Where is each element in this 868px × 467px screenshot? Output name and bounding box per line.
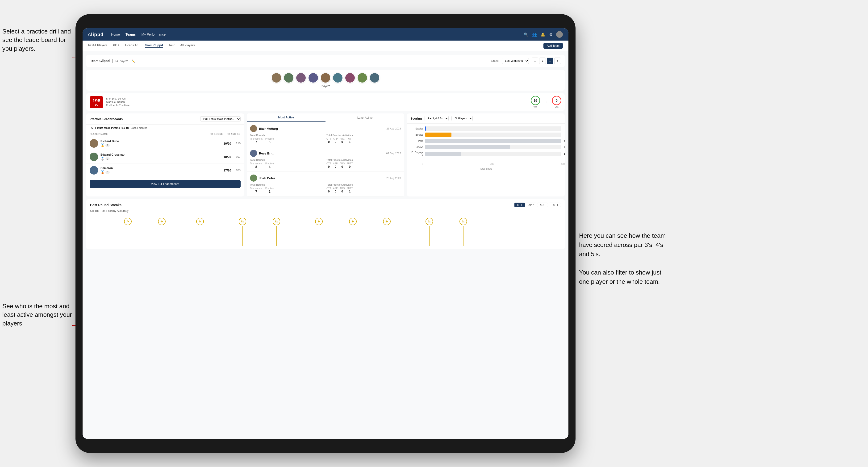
annotation-top-left: Select a practice drill and see the lead… (2, 27, 73, 53)
streak-line (429, 226, 430, 246)
lb-avg-2: 107 (234, 155, 241, 158)
practice-values-1: OTT 0 APP 0 ARG 0 (327, 137, 401, 144)
shot-circle-ring-1: 16 (531, 96, 540, 105)
list-view-btn[interactable]: ≡ (539, 58, 546, 64)
scoring-row-label: Bogeys (410, 146, 423, 148)
lb-info-1: Richard Butle... 🥇 1 (100, 139, 219, 147)
edit-team-icon[interactable]: ✏️ (131, 59, 135, 63)
streak-point: 4x (383, 218, 391, 246)
sub-nav-team[interactable]: Team Clippd (145, 43, 163, 48)
scoring-par-select[interactable]: Par 3, 4 & 5s (425, 116, 448, 121)
lb-row-3: Cameron... 🥉 3 17/20 103 (86, 164, 244, 177)
streak-bubble: 5x (273, 218, 280, 225)
streaks-title: Best Round Streaks (90, 203, 121, 207)
app-filter-btn[interactable]: APP (526, 203, 536, 207)
scoring-row-label: Pars (410, 139, 423, 142)
user-avatar[interactable] (556, 31, 563, 38)
sub-nav-tour[interactable]: Tour (168, 43, 175, 48)
leaderboard-header: Practice Leaderboards PUTT Must Make Put… (86, 114, 244, 125)
player-card-3: Josh Coles 26 Aug 2023 Total Rounds Tour… (247, 172, 404, 196)
streak-bubble: 3x (426, 218, 433, 225)
team-title-section: Team Clippd | 14 Players ✏️ (90, 59, 135, 63)
nav-logo: clippd (88, 32, 103, 37)
streak-point: 6x (196, 218, 204, 246)
player-avatar-3[interactable] (296, 73, 306, 83)
player-avatar-7[interactable] (345, 73, 355, 83)
player-card-2: Rees Britt 02 Sep 2023 Total Rounds Tour… (247, 147, 404, 172)
scoring-player-select[interactable]: All Players (452, 116, 473, 121)
player-avatar-2[interactable] (283, 73, 294, 83)
lb-name-1: Richard Butle... (100, 139, 219, 143)
streak-line (463, 226, 464, 246)
search-icon[interactable]: 🔍 (524, 32, 528, 37)
scoring-bar-value: 311 (564, 146, 565, 148)
practice-label-1: Practice (266, 137, 274, 140)
player-avatar-9[interactable] (369, 73, 380, 83)
ott-3: OTT 0 (327, 187, 331, 193)
player-avatar-5[interactable] (320, 73, 331, 83)
player-card-header-3: Josh Coles 26 Aug 2023 (250, 175, 401, 182)
ott-2: OTT 0 (327, 162, 331, 168)
add-team-button[interactable]: Add Team (544, 43, 563, 49)
player-avatar-6[interactable] (333, 73, 343, 83)
player-card-avatar-1 (250, 125, 257, 132)
player-avatar-1[interactable] (271, 73, 282, 83)
player-avatar-8[interactable] (357, 73, 368, 83)
settings-icon[interactable]: ⚙ (549, 32, 552, 37)
most-active-tab[interactable]: Most Active (247, 114, 326, 122)
grid-view-btn[interactable]: ⊞ (532, 58, 538, 64)
nav-link-teams[interactable]: Teams (125, 33, 135, 36)
player-card-name-1: Blair McHarg (259, 127, 278, 130)
nav-link-home[interactable]: Home (111, 33, 120, 36)
shot-circle-1: 16 yds (531, 96, 540, 108)
player-name-row-2: Rees Britt (250, 150, 273, 157)
nav-icons: 🔍 👥 🔔 ⚙ (524, 31, 563, 38)
total-rounds-section-2: Total Rounds Tournament 8 Practice 4 (250, 159, 324, 168)
scoring-row: Pars 499 (410, 139, 561, 143)
card-view-btn[interactable]: ⊟ (547, 58, 553, 64)
lb-rank-badge-3: 3 (105, 171, 110, 174)
view-full-leaderboard-button[interactable]: View Full Leaderboard (90, 180, 241, 188)
lb-score-2: 18/20 (222, 155, 231, 159)
player-card-date-3: 26 Aug 2023 (386, 177, 401, 180)
show-label: Show: (491, 59, 499, 63)
people-icon[interactable]: 👥 (532, 32, 537, 37)
sub-nav-all-players[interactable]: All Players (180, 43, 195, 48)
total-rounds-section-3: Total Rounds Tournament 7 Practice 2 (250, 184, 324, 193)
sort-btn[interactable]: ↕ (554, 58, 561, 64)
total-rounds-label-1: Total Rounds (250, 134, 324, 136)
sub-nav-pgat[interactable]: PGAT Players (88, 43, 107, 48)
app-3: APP 0 (333, 187, 338, 193)
streak-point: 4x (315, 218, 323, 246)
streak-point: 5x (239, 218, 246, 246)
streaks-filter-group: OTT APP ARG PUTT (515, 203, 561, 207)
sub-nav-pga[interactable]: PGA (113, 43, 119, 48)
practice-stat-3: Practice 2 (266, 187, 274, 193)
tablet-screen: clippd Home Teams My Performance 🔍 👥 🔔 ⚙… (83, 28, 568, 439)
streak-line (319, 226, 319, 246)
top-nav: clippd Home Teams My Performance 🔍 👥 🔔 ⚙ (83, 28, 568, 40)
show-select[interactable]: Last 3 months (502, 58, 529, 64)
lb-avg-1: 110 (234, 142, 241, 145)
shot-badge: 198 SC (90, 96, 103, 108)
ott-filter-btn[interactable]: OTT (515, 203, 525, 207)
drill-select[interactable]: PUTT Must Make Putting... (200, 116, 241, 121)
lb-avg-3: 103 (234, 168, 241, 172)
streak-bubble: 5x (239, 218, 246, 225)
sub-nav: PGAT Players PGA Hcaps 1-5 Team Clippd T… (83, 40, 568, 51)
streak-line (387, 226, 387, 246)
bell-icon[interactable]: 🔔 (540, 32, 545, 37)
nav-link-performance[interactable]: My Performance (142, 33, 166, 36)
arg-filter-btn[interactable]: ARG (537, 203, 548, 207)
least-active-tab[interactable]: Least Active (326, 114, 404, 122)
sub-nav-hcaps[interactable]: Hcaps 1-5 (125, 43, 139, 48)
player-card-name-2: Rees Britt (259, 152, 273, 155)
streak-bubble: 4x (315, 218, 323, 225)
player-avatar-4[interactable] (308, 73, 318, 83)
putt-filter-btn[interactable]: PUTT (549, 203, 561, 207)
rounds-values-1: Tournament 7 Practice 6 (250, 137, 324, 144)
axis-0: 0 (422, 163, 423, 165)
lb-badge-row-3: 🥉 3 (100, 170, 219, 174)
streak-point: 6x (158, 218, 165, 246)
team-name: Team Clippd (90, 59, 110, 63)
